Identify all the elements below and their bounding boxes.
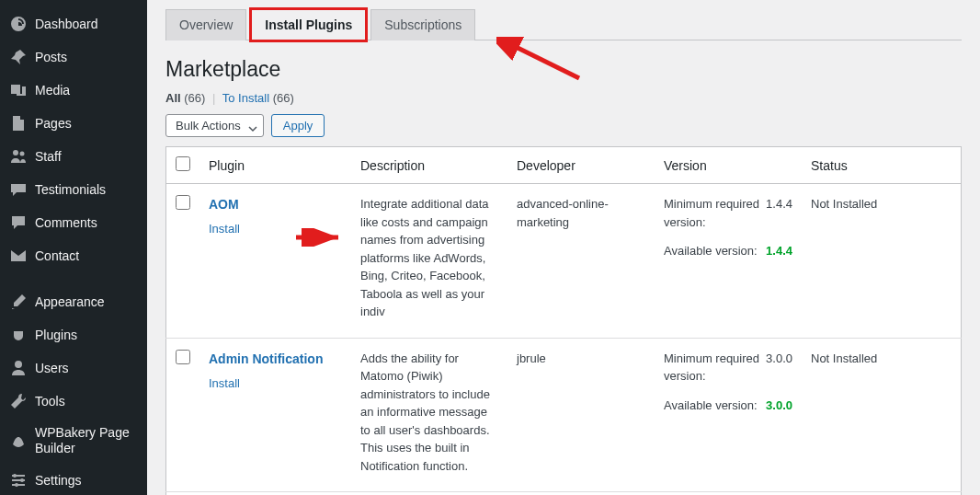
sidebar-item-label: Appearance xyxy=(35,294,105,309)
plugin-name-link[interactable]: AOM xyxy=(209,197,239,212)
row-checkbox[interactable] xyxy=(176,350,190,364)
svg-point-5 xyxy=(15,483,18,487)
plugin-developer: lippoliv xyxy=(507,492,655,496)
page-icon xyxy=(9,114,28,132)
svg-point-2 xyxy=(15,361,22,368)
wrench-icon xyxy=(9,392,28,410)
plugin-description: Integrate additional data like costs and… xyxy=(351,184,507,339)
chevron-down-icon xyxy=(248,122,257,136)
col-developer[interactable]: Developer xyxy=(507,147,655,184)
sidebar-item-dashboard[interactable]: Dashboard xyxy=(0,7,147,40)
sidebar-item-label: Posts xyxy=(35,50,67,64)
sidebar-item-contact[interactable]: Contact xyxy=(0,239,147,272)
sidebar-item-tools[interactable]: Tools xyxy=(0,385,147,418)
plugin-developer: jbrule xyxy=(507,338,655,492)
filter-all[interactable]: All xyxy=(165,91,181,105)
pin-icon xyxy=(9,48,28,66)
plugin-name-link[interactable]: Admin Notification xyxy=(209,351,323,366)
bulk-actions-select[interactable]: Bulk Actions xyxy=(165,114,264,137)
wpbakery-icon xyxy=(9,432,28,450)
table-header-row: Plugin Description Developer Version Sta… xyxy=(166,147,962,184)
svg-point-1 xyxy=(20,152,25,156)
install-link[interactable]: Install xyxy=(209,220,240,238)
sidebar-item-pages[interactable]: Pages xyxy=(0,107,147,140)
plugin-developer: advanced-online-marketing xyxy=(507,184,655,339)
sidebar-item-appearance[interactable]: Appearance xyxy=(0,285,147,318)
plugin-description: Supports Opt Out from xyxy=(351,492,507,496)
page-title: Marketplace xyxy=(165,57,962,82)
comment-icon xyxy=(9,213,28,232)
table-row: Admin Notification Install Adds the abil… xyxy=(166,338,962,492)
plug-icon xyxy=(9,326,28,344)
tab-subscriptions[interactable]: Subscriptions xyxy=(370,9,475,40)
filter-to-install-count: (66) xyxy=(273,91,294,105)
sidebar-item-media[interactable]: Media xyxy=(0,74,147,107)
row-checkbox[interactable] xyxy=(176,195,190,210)
svg-point-3 xyxy=(13,474,17,478)
col-status[interactable]: Status xyxy=(802,147,962,184)
sidebar-item-label: Settings xyxy=(35,473,82,488)
install-link[interactable]: Install xyxy=(209,374,240,393)
min-version-value: 3.0.0 xyxy=(766,350,792,386)
sidebar-item-label: Contact xyxy=(35,248,79,263)
sidebar-item-users[interactable]: Users xyxy=(0,351,147,385)
sidebar-item-comments[interactable]: Comments xyxy=(0,206,147,239)
avail-version-value: 3.0.0 xyxy=(766,397,792,415)
sidebar-item-label: Tools xyxy=(35,394,65,409)
sidebar-item-label: WPBakery Page Builder xyxy=(35,425,138,456)
plugins-table: Plugin Description Developer Version Sta… xyxy=(165,146,962,495)
filter-row: All (66) | To Install (66) xyxy=(165,91,962,105)
envelope-icon xyxy=(9,247,28,265)
apply-button[interactable]: Apply xyxy=(271,114,325,137)
brush-icon xyxy=(9,293,28,311)
sidebar-item-label: Testimonials xyxy=(35,182,106,197)
tab-bar: Overview Install Plugins Subscriptions xyxy=(165,9,962,40)
sidebar-item-label: Plugins xyxy=(35,328,77,342)
dashboard-icon xyxy=(9,15,28,33)
sidebar-item-label: Staff xyxy=(35,149,62,164)
min-version-value: 1.4.4 xyxy=(766,195,792,231)
chat-icon xyxy=(9,180,28,199)
sidebar-item-staff[interactable]: Staff xyxy=(0,140,147,173)
users-icon xyxy=(9,147,28,166)
sidebar-item-wpbakery[interactable]: WPBakery Page Builder xyxy=(0,418,147,464)
filter-all-count: (66) xyxy=(184,91,205,105)
plugin-status: Not Installed xyxy=(802,184,962,339)
filter-to-install[interactable]: To Install xyxy=(222,91,269,105)
sidebar-item-label: Comments xyxy=(35,215,97,230)
col-version[interactable]: Version xyxy=(655,147,802,184)
avail-version-label: Available version: xyxy=(664,397,758,415)
media-icon xyxy=(9,81,28,99)
sliders-icon xyxy=(9,471,28,489)
min-version-label: Minimum required version: xyxy=(664,195,766,231)
sidebar-item-label: Users xyxy=(35,361,69,375)
main-content: Overview Install Plugins Subscriptions M… xyxy=(147,0,980,495)
table-row: AOM Install Integrate additional data li… xyxy=(166,184,962,339)
sidebar-item-label: Media xyxy=(35,83,70,98)
svg-point-0 xyxy=(13,150,18,155)
sidebar-item-label: Pages xyxy=(35,116,72,131)
sidebar-item-settings[interactable]: Settings xyxy=(0,464,147,495)
sidebar-item-testimonials[interactable]: Testimonials xyxy=(0,173,147,206)
tab-install-plugins[interactable]: Install Plugins xyxy=(251,9,366,40)
user-icon xyxy=(9,359,28,377)
bulk-actions-row: Bulk Actions Apply xyxy=(165,114,962,137)
admin-sidebar: Dashboard Posts Media Pages Staff Testim… xyxy=(0,0,147,495)
col-description[interactable]: Description xyxy=(351,147,507,184)
avail-version-label: Available version: xyxy=(664,242,758,260)
sidebar-item-posts[interactable]: Posts xyxy=(0,40,147,74)
sidebar-item-label: Dashboard xyxy=(35,17,98,31)
tab-overview[interactable]: Overview xyxy=(165,9,246,40)
plugin-status: Not Installed xyxy=(802,338,962,492)
min-version-label: Minimum required version: xyxy=(664,350,766,386)
col-plugin[interactable]: Plugin xyxy=(199,147,351,184)
svg-point-4 xyxy=(20,478,24,482)
plugin-description: Adds the ability for Matomo (Piwik) admi… xyxy=(351,338,507,492)
table-row: Ajax Opt Out Supports Opt Out from lippo… xyxy=(166,492,962,496)
select-all-checkbox[interactable] xyxy=(176,156,190,171)
avail-version-value: 1.4.4 xyxy=(766,242,792,260)
plugin-status: Not Installed xyxy=(802,492,962,496)
sidebar-item-plugins[interactable]: Plugins xyxy=(0,318,147,351)
